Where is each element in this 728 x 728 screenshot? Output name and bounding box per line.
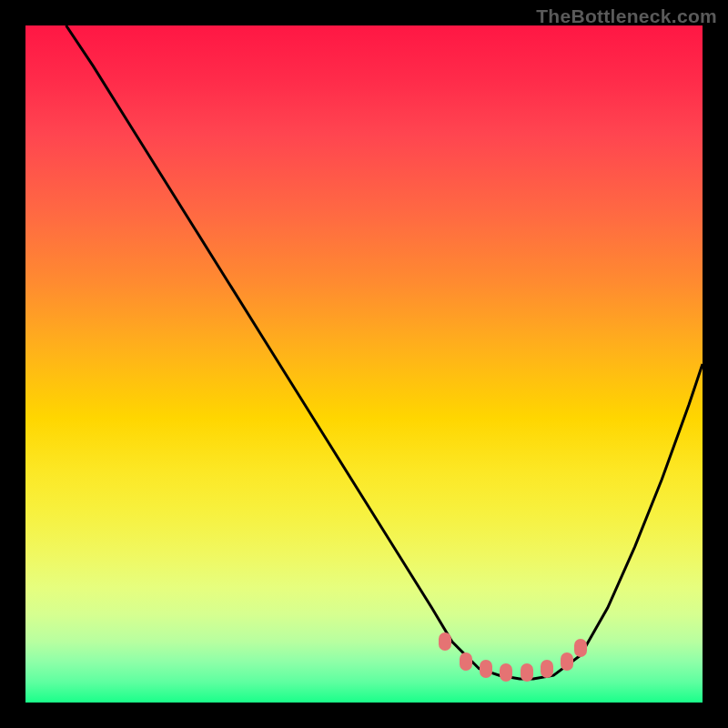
optimal-marker xyxy=(574,639,587,657)
optimal-marker xyxy=(500,663,512,682)
optimal-marker xyxy=(521,663,533,682)
optimal-marker xyxy=(480,660,492,678)
chart-plot-area xyxy=(25,25,703,703)
optimal-marker xyxy=(460,652,472,671)
optimal-marker xyxy=(541,660,553,678)
optimal-range-markers xyxy=(25,25,703,703)
optimal-marker xyxy=(439,632,451,651)
optimal-marker xyxy=(561,652,573,671)
watermark-text: TheBottleneck.com xyxy=(536,5,717,27)
